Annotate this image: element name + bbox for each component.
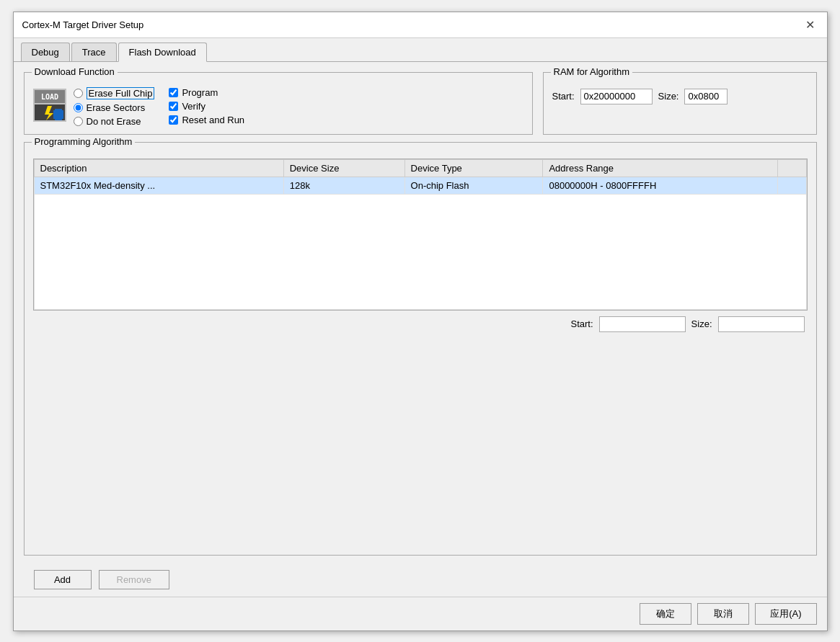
- window-title: Cortex-M Target Driver Setup: [22, 19, 144, 30]
- radio-do-not-erase-input[interactable]: [74, 117, 83, 126]
- cell-extra: [777, 177, 806, 194]
- add-button[interactable]: Add: [34, 570, 92, 589]
- cell-description: STM32F10x Med-density ...: [34, 177, 283, 194]
- radio-erase-sectors[interactable]: Erase Sectors: [74, 102, 155, 113]
- apply-button[interactable]: 应用(A): [755, 603, 816, 625]
- radio-erase-sectors-input[interactable]: [74, 103, 83, 112]
- ram-inner: Start: Size:: [552, 89, 808, 104]
- tab-trace[interactable]: Trace: [71, 43, 117, 61]
- tab-bar: Debug Trace Flash Download: [14, 38, 827, 62]
- radio-erase-sectors-label: Erase Sectors: [87, 102, 146, 113]
- algo-size-label: Size:: [691, 318, 712, 329]
- algo-footer: Start: Size:: [33, 316, 808, 332]
- ram-size-label: Size:: [658, 91, 679, 102]
- table-row[interactable]: STM32F10x Med-density ... 128k On-chip F…: [34, 177, 806, 194]
- load-icon: LOAD: [33, 89, 66, 122]
- svg-rect-7: [55, 119, 62, 120]
- checkbox-group: Program Verify Reset and Run: [169, 87, 244, 125]
- download-function-group: Download Function LOAD: [24, 72, 533, 135]
- algo-start-input[interactable]: [599, 316, 686, 332]
- top-row: Download Function LOAD: [24, 72, 817, 135]
- ram-size-input[interactable]: [684, 89, 728, 104]
- cell-device-size: 128k: [283, 177, 404, 194]
- radio-do-not-erase[interactable]: Do not Erase: [74, 116, 155, 127]
- load-icon-svg: LOAD: [33, 89, 66, 122]
- remove-button[interactable]: Remove: [99, 570, 169, 589]
- radio-erase-full[interactable]: Erase Full Chip: [74, 87, 155, 99]
- cell-address-range: 08000000H - 0800FFFFH: [543, 177, 777, 194]
- algo-empty-row: [34, 194, 806, 309]
- ram-start-input[interactable]: [580, 89, 653, 104]
- prog-algo-label: Programming Algorithm: [32, 136, 136, 147]
- checkbox-program-label: Program: [182, 87, 218, 98]
- svg-rect-6: [55, 109, 62, 110]
- algo-table-header-row: Description Device Size Device Type Addr…: [34, 159, 806, 177]
- svg-text:LOAD: LOAD: [40, 93, 58, 101]
- main-window: Cortex-M Target Driver Setup ✕ Debug Tra…: [13, 12, 828, 631]
- tab-content: Download Function LOAD: [14, 62, 827, 597]
- bottom-buttons: Add Remove: [24, 563, 817, 597]
- col-description: Description: [34, 159, 283, 177]
- ram-algorithm-label: RAM for Algorithm: [551, 66, 632, 77]
- checkbox-program[interactable]: Program: [169, 87, 244, 98]
- col-extra: [777, 159, 806, 177]
- tab-flash-download[interactable]: Flash Download: [118, 43, 207, 62]
- col-device-type: Device Type: [404, 159, 543, 177]
- algo-table-body: STM32F10x Med-density ... 128k On-chip F…: [34, 177, 806, 309]
- cell-device-type: On-chip Flash: [404, 177, 543, 194]
- algo-empty-cell: [34, 194, 806, 309]
- radio-erase-full-input[interactable]: [74, 89, 83, 98]
- title-bar: Cortex-M Target Driver Setup ✕: [14, 12, 827, 38]
- checkbox-reset-run-label: Reset and Run: [182, 115, 244, 125]
- download-function-label: Download Function: [32, 66, 118, 77]
- radio-group: Erase Full Chip Erase Sectors Do not Era…: [74, 87, 155, 127]
- checkbox-verify[interactable]: Verify: [169, 101, 244, 112]
- checkbox-reset-run[interactable]: Reset and Run: [169, 115, 244, 125]
- tab-debug[interactable]: Debug: [21, 43, 70, 61]
- algo-table-wrapper: Description Device Size Device Type Addr…: [33, 159, 808, 311]
- algo-size-input[interactable]: [718, 316, 805, 332]
- col-device-size: Device Size: [283, 159, 404, 177]
- programming-algorithm-group: Programming Algorithm Description Device…: [24, 142, 817, 556]
- algo-table-head: Description Device Size Device Type Addr…: [34, 159, 806, 177]
- algo-table: Description Device Size Device Type Addr…: [34, 159, 807, 310]
- checkbox-reset-run-input[interactable]: [169, 115, 178, 125]
- svg-rect-5: [53, 110, 63, 119]
- ok-button[interactable]: 确定: [640, 603, 691, 625]
- radio-do-not-erase-label: Do not Erase: [87, 116, 141, 127]
- close-button[interactable]: ✕: [803, 17, 818, 32]
- checkbox-verify-input[interactable]: [169, 102, 178, 111]
- ram-start-label: Start:: [552, 91, 575, 102]
- cancel-button[interactable]: 取消: [697, 603, 749, 625]
- radio-erase-full-label: Erase Full Chip: [87, 87, 155, 99]
- ram-algorithm-group: RAM for Algorithm Start: Size:: [543, 72, 817, 135]
- checkbox-verify-label: Verify: [182, 101, 205, 112]
- col-address-range: Address Range: [543, 159, 777, 177]
- checkbox-program-input[interactable]: [169, 88, 178, 97]
- df-inner: LOAD: [33, 86, 523, 127]
- algo-start-label: Start:: [571, 318, 593, 329]
- footer-bar: 确定 取消 应用(A): [14, 597, 827, 630]
